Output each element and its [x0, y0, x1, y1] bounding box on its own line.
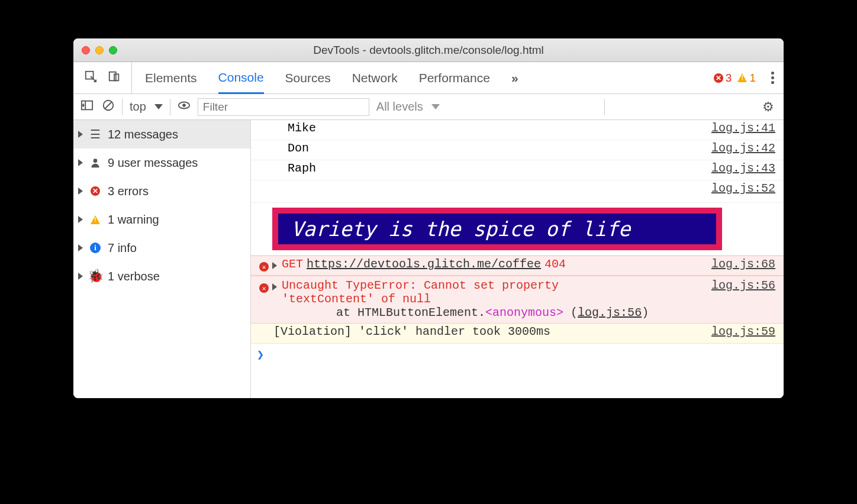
- tab-performance[interactable]: Performance: [419, 62, 490, 93]
- error-icon: ✕: [91, 186, 100, 196]
- styled-log-banner: Variety is the spice of life: [272, 208, 722, 250]
- warning-row: [Violation] 'click' handler took 3000ms …: [251, 324, 784, 344]
- sidebar-item-label: 3 errors: [108, 185, 149, 198]
- svg-rect-1: [109, 72, 116, 81]
- sidebar-item-warning[interactable]: 1 warning: [73, 205, 250, 234]
- info-icon: i: [90, 243, 101, 253]
- list-icon: ☰: [90, 127, 101, 141]
- live-expression-icon[interactable]: [178, 99, 191, 115]
- log-row: Raph log.js:43: [251, 160, 784, 180]
- inspect-icon[interactable]: [84, 70, 97, 86]
- source-link[interactable]: log.js:68: [711, 257, 775, 271]
- svg-point-8: [182, 104, 186, 107]
- tabs-overflow[interactable]: »: [511, 62, 518, 93]
- error-row: ✕ GET https://devtools.glitch.me/coffee …: [251, 256, 784, 276]
- sidebar-item-verbose[interactable]: 🐞 1 verbose: [73, 262, 250, 290]
- user-icon: [89, 157, 101, 169]
- source-link[interactable]: log.js:56: [711, 279, 775, 319]
- tab-elements[interactable]: Elements: [145, 62, 197, 93]
- log-row: Don log.js:42: [251, 140, 784, 160]
- styled-log-row: Variety is the spice of life: [251, 203, 784, 256]
- titlebar: DevTools - devtools.glitch.me/console/lo…: [73, 38, 784, 62]
- http-status: 404: [545, 257, 566, 271]
- log-text: Raph: [288, 161, 316, 175]
- expand-icon: [78, 273, 83, 280]
- warning-icon: [91, 215, 100, 224]
- expand-icon: [78, 159, 83, 166]
- error-icon: ✕: [259, 262, 269, 272]
- menu-icon[interactable]: [771, 76, 774, 79]
- tab-console[interactable]: Console: [218, 63, 264, 94]
- log-text: Mike: [288, 121, 316, 135]
- sidebar-item-label: 1 warning: [108, 213, 159, 227]
- error-message: 'textContent' of null: [282, 292, 431, 306]
- console-sidebar: ☰ 12 messages 9 user messages ✕ 3 errors…: [73, 120, 251, 398]
- expand-icon: [78, 244, 83, 251]
- traffic-lights: [82, 46, 117, 54]
- tabs-row: Elements Console Sources Network Perform…: [73, 62, 784, 94]
- minimize-icon[interactable]: [95, 46, 104, 54]
- chevron-down-icon: [431, 104, 440, 109]
- bug-icon: 🐞: [88, 269, 104, 284]
- source-link[interactable]: log.js:41: [711, 121, 775, 135]
- close-icon[interactable]: [82, 46, 90, 54]
- console-output: Mike log.js:41 Don log.js:42 Raph log.js…: [251, 120, 784, 398]
- http-method: GET: [282, 257, 303, 271]
- log-levels-selector[interactable]: All levels: [369, 94, 447, 119]
- error-icon: ✕: [714, 73, 723, 83]
- console-toolbar: top All levels ⚙: [73, 94, 784, 120]
- source-link[interactable]: log.js:52: [711, 182, 775, 195]
- tab-sources[interactable]: Sources: [285, 62, 331, 93]
- expand-icon[interactable]: [272, 262, 277, 269]
- settings-icon[interactable]: ⚙: [762, 99, 784, 115]
- expand-icon[interactable]: [272, 283, 277, 290]
- clear-console-icon[interactable]: [102, 99, 115, 115]
- error-message: Uncaught TypeError: Cannot set property: [282, 279, 559, 292]
- log-text: Don: [288, 141, 309, 155]
- context-label: top: [130, 100, 146, 114]
- source-link[interactable]: log.js:59: [711, 325, 775, 338]
- source-link[interactable]: log.js:42: [711, 141, 775, 155]
- stack-trace: at HTMLButtonElement.<anonymous> (log.js…: [282, 306, 711, 319]
- window-title: DevTools - devtools.glitch.me/console/lo…: [73, 44, 784, 57]
- warning-message: [Violation] 'click' handler took 3000ms: [273, 325, 550, 338]
- levels-label: All levels: [376, 100, 423, 114]
- sidebar-toggle-icon[interactable]: [80, 99, 94, 115]
- prompt-caret-icon: ❯: [257, 347, 264, 361]
- chevron-down-icon: [154, 104, 163, 109]
- sidebar-item-errors[interactable]: ✕ 3 errors: [73, 177, 250, 205]
- sidebar-item-label: 9 user messages: [108, 156, 198, 170]
- error-count-badge[interactable]: ✕ 3: [714, 72, 732, 85]
- devtools-window: DevTools - devtools.glitch.me/console/lo…: [73, 38, 784, 398]
- console-body: ☰ 12 messages 9 user messages ✕ 3 errors…: [73, 120, 784, 398]
- error-icon: ✕: [259, 283, 269, 293]
- expand-icon: [78, 188, 83, 195]
- svg-point-9: [94, 159, 98, 163]
- filter-input[interactable]: [198, 98, 369, 116]
- error-row: ✕ Uncaught TypeError: Cannot set propert…: [251, 276, 784, 324]
- console-prompt[interactable]: ❯: [251, 344, 784, 365]
- sidebar-item-info[interactable]: i 7 info: [73, 234, 250, 262]
- warning-icon: [737, 73, 747, 82]
- source-link[interactable]: log.js:43: [711, 161, 775, 175]
- svg-line-6: [105, 102, 112, 109]
- log-row: Mike log.js:41: [251, 120, 784, 140]
- device-toolbar-icon[interactable]: [108, 70, 121, 86]
- sidebar-item-label: 1 verbose: [108, 270, 160, 283]
- warning-count-badge[interactable]: 1: [737, 72, 756, 85]
- execution-context-selector[interactable]: top: [123, 94, 170, 119]
- sidebar-item-user-messages[interactable]: 9 user messages: [73, 148, 250, 177]
- sidebar-item-label: 12 messages: [108, 128, 178, 141]
- request-url[interactable]: https://devtools.glitch.me/coffee: [307, 257, 541, 271]
- stack-source-link[interactable]: log.js:56: [578, 306, 642, 319]
- sidebar-item-messages[interactable]: ☰ 12 messages: [73, 120, 250, 148]
- expand-icon: [78, 131, 83, 138]
- warning-count: 1: [749, 72, 756, 85]
- log-row: log.js:52: [251, 180, 784, 203]
- zoom-icon[interactable]: [109, 46, 117, 54]
- expand-icon: [78, 216, 83, 223]
- tab-network[interactable]: Network: [352, 62, 398, 93]
- sidebar-item-label: 7 info: [108, 241, 137, 255]
- error-count: 3: [726, 72, 732, 85]
